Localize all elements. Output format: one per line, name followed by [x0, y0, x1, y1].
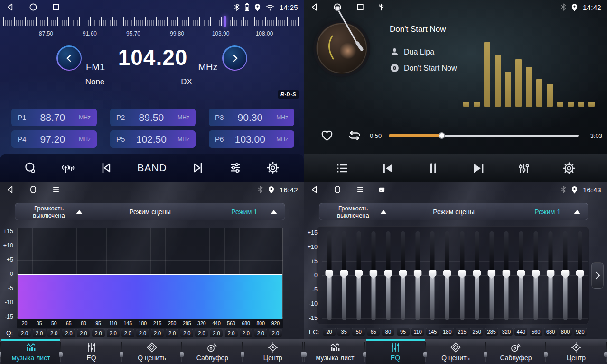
nav-back-icon[interactable]	[6, 185, 15, 194]
q-value-button[interactable]: 2.0	[77, 329, 90, 337]
q-value-button[interactable]: 2.0	[269, 329, 282, 337]
screenshot-icon[interactable]	[378, 186, 385, 193]
settings-button[interactable]	[266, 161, 280, 174]
slider-knob[interactable]	[547, 270, 555, 279]
tab-subwoofer[interactable]: Сабвуфер	[183, 339, 242, 364]
q-value-button[interactable]: 2.0	[107, 329, 120, 337]
scene-mode-value[interactable]: Режим 1	[534, 208, 560, 216]
q-value-button[interactable]: 2.0	[225, 329, 238, 337]
playlist-button[interactable]	[336, 162, 349, 175]
tune-up-button[interactable]	[222, 46, 247, 71]
q-value-button[interactable]: 2.0	[240, 329, 252, 337]
preset-button-p3[interactable]: P390.30MHz	[209, 109, 294, 126]
nav-home-icon[interactable]	[333, 185, 342, 194]
band-button[interactable]: BAND	[137, 162, 167, 173]
scene-expand-triangle[interactable]	[574, 210, 580, 214]
pause-button[interactable]	[426, 161, 440, 175]
fc-frequency-button[interactable]: 320	[500, 328, 513, 336]
fc-frequency-button[interactable]: 50	[352, 328, 365, 336]
eq-band-slider[interactable]	[499, 231, 514, 320]
tab-q-value[interactable]: Q ценить	[122, 339, 181, 364]
slider-knob[interactable]	[384, 270, 392, 279]
q-value-button[interactable]: 2.0	[33, 329, 46, 337]
eq-band-slider[interactable]	[440, 231, 455, 320]
tab-eq[interactable]: EQ	[366, 339, 425, 364]
nav-home-icon[interactable]	[333, 2, 342, 12]
eq-band-slider[interactable]	[573, 231, 588, 320]
next-track-button[interactable]	[472, 161, 486, 175]
seek-bar[interactable]	[389, 135, 579, 136]
slider-knob[interactable]	[414, 270, 422, 279]
scene-expand-triangle[interactable]	[271, 210, 277, 214]
eq-band-slider[interactable]	[425, 231, 440, 320]
q-value-button[interactable]: 2.0	[195, 329, 208, 337]
next-station-button[interactable]	[191, 161, 205, 174]
tab-q-value[interactable]: Q ценить	[426, 339, 485, 364]
fc-frequency-button[interactable]: 145	[426, 328, 439, 336]
slider-knob[interactable]	[561, 270, 570, 279]
eq-band-slider[interactable]	[469, 231, 484, 320]
eq-band-slider[interactable]	[366, 231, 381, 320]
tuning-indicator[interactable]	[224, 16, 226, 27]
repeat-button repeat-icon[interactable]	[347, 129, 362, 142]
audio-mixer-button[interactable]	[517, 162, 531, 175]
nav-home-icon[interactable]	[28, 2, 38, 12]
eq-band-slider[interactable]	[558, 231, 573, 320]
fc-frequency-button[interactable]: 560	[530, 328, 542, 336]
slider-knob[interactable]	[473, 270, 481, 279]
eq-band-slider[interactable]	[529, 231, 543, 320]
previous-station-button[interactable]	[100, 161, 113, 174]
slider-knob[interactable]	[355, 270, 363, 279]
fc-frequency-button[interactable]: 920	[574, 328, 587, 336]
fc-frequency-button[interactable]: 285	[485, 328, 498, 336]
q-value-button[interactable]: 2.0	[121, 329, 134, 337]
tab-center[interactable]: Центр	[547, 339, 606, 364]
preset-button-p4[interactable]: P497.20MHz	[11, 130, 97, 148]
fc-frequency-button[interactable]: 110	[411, 328, 424, 336]
eq-band-slider[interactable]	[322, 231, 336, 320]
preset-button-p6[interactable]: P6103.00MHz	[209, 130, 294, 148]
q-value-button[interactable]: 2.0	[18, 329, 31, 337]
settings-button[interactable]	[562, 162, 576, 175]
fc-frequency-button[interactable]: 95	[397, 328, 410, 336]
q-value-button[interactable]: 2.0	[151, 329, 164, 337]
slider-knob[interactable]	[458, 270, 466, 279]
slider-knob[interactable]	[340, 270, 348, 279]
fc-frequency-button[interactable]: 800	[559, 328, 572, 336]
q-value-button[interactable]: 2.0	[92, 329, 105, 337]
q-value-button[interactable]: 2.0	[210, 329, 223, 337]
preset-button-p2[interactable]: P289.50MHz	[110, 109, 196, 126]
fc-frequency-button[interactable]: 80	[382, 328, 394, 336]
eq-curve-chart[interactable]	[17, 228, 283, 319]
q-value-button[interactable]: 2.0	[136, 329, 149, 337]
eq-band-slider[interactable]	[484, 231, 499, 320]
fc-frequency-button[interactable]: 440	[514, 328, 527, 336]
eq-band-slider[interactable]	[514, 231, 528, 320]
slider-knob[interactable]	[576, 270, 584, 279]
slider-knob[interactable]	[369, 270, 377, 279]
previous-track-button[interactable]	[381, 161, 395, 175]
fc-frequency-button[interactable]: 20	[323, 328, 336, 336]
nav-back-icon[interactable]	[310, 2, 319, 12]
q-value-button[interactable]: 2.0	[180, 329, 193, 337]
eq-band-slider[interactable]	[411, 231, 425, 320]
fc-frequency-button[interactable]: 65	[367, 328, 380, 336]
fc-frequency-button[interactable]: 680	[544, 328, 557, 336]
q-value-button[interactable]: 2.0	[62, 329, 75, 337]
q-value-button[interactable]: 2.0	[254, 329, 267, 337]
nav-menu-icon[interactable]	[51, 185, 61, 194]
nav-menu-icon[interactable]	[355, 185, 365, 194]
eq-band-slider[interactable]	[351, 231, 366, 320]
fc-frequency-button[interactable]: 35	[337, 328, 350, 336]
tab-music-list[interactable]: музыка лист	[1, 339, 60, 364]
tab-center[interactable]: Центр	[243, 339, 302, 364]
slider-knob[interactable]	[443, 270, 451, 279]
tuning-ruler[interactable]: 87.50 91.60 95.70 99.80 103.90 108.00	[0, 14, 304, 39]
slider-knob[interactable]	[399, 270, 407, 279]
nav-recents-icon[interactable]	[51, 2, 61, 12]
eq-band-slider[interactable]	[381, 231, 395, 320]
eq-band-slider[interactable]	[336, 231, 351, 320]
fc-frequency-button[interactable]: 215	[456, 328, 468, 336]
scene-mode-value[interactable]: Режим 1	[231, 208, 257, 216]
slider-knob[interactable]	[487, 270, 495, 279]
